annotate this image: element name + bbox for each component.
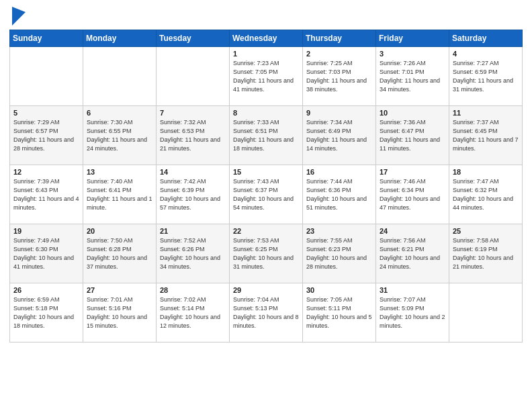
- day-cell-18: 18Sunrise: 7:47 AM Sunset: 6:32 PM Dayli…: [449, 165, 523, 224]
- day-number-23: 23: [306, 227, 372, 235]
- day-info-22: Sunrise: 7:53 AM Sunset: 6:25 PM Dayligh…: [233, 236, 299, 271]
- day-number-19: 19: [13, 227, 79, 235]
- day-number-30: 30: [306, 286, 372, 294]
- day-number-7: 7: [160, 109, 226, 117]
- logo: [9, 7, 26, 24]
- day-info-12: Sunrise: 7:39 AM Sunset: 6:43 PM Dayligh…: [13, 177, 79, 212]
- day-cell-12: 12Sunrise: 7:39 AM Sunset: 6:43 PM Dayli…: [10, 165, 83, 224]
- empty-cell: [449, 283, 523, 342]
- day-info-31: Sunrise: 7:07 AM Sunset: 5:09 PM Dayligh…: [380, 295, 445, 330]
- day-info-18: Sunrise: 7:47 AM Sunset: 6:32 PM Dayligh…: [453, 177, 519, 212]
- day-cell-26: 26Sunrise: 6:59 AM Sunset: 5:18 PM Dayli…: [10, 283, 83, 342]
- day-cell-16: 16Sunrise: 7:44 AM Sunset: 6:36 PM Dayli…: [303, 165, 376, 224]
- day-info-5: Sunrise: 7:29 AM Sunset: 6:57 PM Dayligh…: [13, 118, 79, 153]
- day-number-27: 27: [87, 286, 152, 294]
- empty-cell: [157, 47, 230, 106]
- day-number-5: 5: [13, 109, 79, 117]
- day-cell-27: 27Sunrise: 7:01 AM Sunset: 5:16 PM Dayli…: [83, 283, 157, 342]
- header-row: SundayMondayTuesdayWednesdayThursdayFrid…: [10, 30, 523, 47]
- day-number-15: 15: [233, 168, 299, 176]
- day-cell-14: 14Sunrise: 7:42 AM Sunset: 6:39 PM Dayli…: [157, 165, 230, 224]
- week-row-1: 5Sunrise: 7:29 AM Sunset: 6:57 PM Daylig…: [10, 106, 523, 165]
- day-cell-3: 3Sunrise: 7:26 AM Sunset: 7:01 PM Daylig…: [376, 47, 449, 106]
- day-cell-5: 5Sunrise: 7:29 AM Sunset: 6:57 PM Daylig…: [10, 106, 83, 165]
- day-cell-29: 29Sunrise: 7:04 AM Sunset: 5:13 PM Dayli…: [230, 283, 303, 342]
- day-number-4: 4: [453, 50, 519, 58]
- day-cell-31: 31Sunrise: 7:07 AM Sunset: 5:09 PM Dayli…: [376, 283, 449, 342]
- week-row-4: 26Sunrise: 6:59 AM Sunset: 5:18 PM Dayli…: [10, 283, 523, 342]
- col-header-wednesday: Wednesday: [230, 30, 303, 47]
- col-header-monday: Monday: [83, 30, 157, 47]
- day-info-30: Sunrise: 7:05 AM Sunset: 5:11 PM Dayligh…: [306, 295, 372, 330]
- day-cell-13: 13Sunrise: 7:40 AM Sunset: 6:41 PM Dayli…: [83, 165, 157, 224]
- day-info-29: Sunrise: 7:04 AM Sunset: 5:13 PM Dayligh…: [233, 295, 299, 330]
- day-number-14: 14: [160, 168, 226, 176]
- day-number-8: 8: [233, 109, 299, 117]
- week-row-0: 1Sunrise: 7:23 AM Sunset: 7:05 PM Daylig…: [10, 47, 523, 106]
- day-info-17: Sunrise: 7:46 AM Sunset: 6:34 PM Dayligh…: [380, 177, 445, 212]
- day-cell-8: 8Sunrise: 7:33 AM Sunset: 6:51 PM Daylig…: [230, 106, 303, 165]
- day-info-4: Sunrise: 7:27 AM Sunset: 6:59 PM Dayligh…: [453, 59, 519, 94]
- day-info-15: Sunrise: 7:43 AM Sunset: 6:37 PM Dayligh…: [233, 177, 299, 212]
- day-number-1: 1: [233, 50, 299, 58]
- day-info-20: Sunrise: 7:50 AM Sunset: 6:28 PM Dayligh…: [87, 236, 152, 271]
- day-cell-6: 6Sunrise: 7:30 AM Sunset: 6:55 PM Daylig…: [83, 106, 157, 165]
- day-cell-7: 7Sunrise: 7:32 AM Sunset: 6:53 PM Daylig…: [157, 106, 230, 165]
- day-number-28: 28: [160, 286, 226, 294]
- header: [9, 7, 523, 24]
- day-number-10: 10: [380, 109, 445, 117]
- day-cell-19: 19Sunrise: 7:49 AM Sunset: 6:30 PM Dayli…: [10, 224, 83, 283]
- col-header-tuesday: Tuesday: [157, 30, 230, 47]
- day-number-3: 3: [380, 50, 445, 58]
- day-info-14: Sunrise: 7:42 AM Sunset: 6:39 PM Dayligh…: [160, 177, 226, 212]
- day-info-10: Sunrise: 7:36 AM Sunset: 6:47 PM Dayligh…: [380, 118, 445, 153]
- day-info-23: Sunrise: 7:55 AM Sunset: 6:23 PM Dayligh…: [306, 236, 372, 271]
- day-cell-28: 28Sunrise: 7:02 AM Sunset: 5:14 PM Dayli…: [157, 283, 230, 342]
- day-cell-11: 11Sunrise: 7:37 AM Sunset: 6:45 PM Dayli…: [449, 106, 523, 165]
- logo-icon: [12, 7, 26, 26]
- day-cell-9: 9Sunrise: 7:34 AM Sunset: 6:49 PM Daylig…: [303, 106, 376, 165]
- day-info-16: Sunrise: 7:44 AM Sunset: 6:36 PM Dayligh…: [306, 177, 372, 212]
- day-info-1: Sunrise: 7:23 AM Sunset: 7:05 PM Dayligh…: [233, 59, 299, 94]
- page: SundayMondayTuesdayWednesdayThursdayFrid…: [0, 0, 532, 411]
- day-info-28: Sunrise: 7:02 AM Sunset: 5:14 PM Dayligh…: [160, 295, 226, 330]
- empty-cell: [83, 47, 157, 106]
- day-info-7: Sunrise: 7:32 AM Sunset: 6:53 PM Dayligh…: [160, 118, 226, 153]
- empty-cell: [10, 47, 83, 106]
- week-row-2: 12Sunrise: 7:39 AM Sunset: 6:43 PM Dayli…: [10, 165, 523, 224]
- day-number-16: 16: [306, 168, 372, 176]
- day-number-6: 6: [87, 109, 152, 117]
- day-cell-22: 22Sunrise: 7:53 AM Sunset: 6:25 PM Dayli…: [230, 224, 303, 283]
- day-number-31: 31: [380, 286, 445, 294]
- day-cell-25: 25Sunrise: 7:58 AM Sunset: 6:19 PM Dayli…: [449, 224, 523, 283]
- day-number-20: 20: [87, 227, 152, 235]
- col-header-friday: Friday: [376, 30, 449, 47]
- col-header-saturday: Saturday: [449, 30, 523, 47]
- day-cell-21: 21Sunrise: 7:52 AM Sunset: 6:26 PM Dayli…: [157, 224, 230, 283]
- day-info-8: Sunrise: 7:33 AM Sunset: 6:51 PM Dayligh…: [233, 118, 299, 153]
- day-info-6: Sunrise: 7:30 AM Sunset: 6:55 PM Dayligh…: [87, 118, 152, 153]
- day-number-22: 22: [233, 227, 299, 235]
- day-info-3: Sunrise: 7:26 AM Sunset: 7:01 PM Dayligh…: [380, 59, 445, 94]
- day-info-13: Sunrise: 7:40 AM Sunset: 6:41 PM Dayligh…: [87, 177, 152, 212]
- day-cell-20: 20Sunrise: 7:50 AM Sunset: 6:28 PM Dayli…: [83, 224, 157, 283]
- day-number-13: 13: [87, 168, 152, 176]
- day-info-27: Sunrise: 7:01 AM Sunset: 5:16 PM Dayligh…: [87, 295, 152, 330]
- day-cell-15: 15Sunrise: 7:43 AM Sunset: 6:37 PM Dayli…: [230, 165, 303, 224]
- day-number-25: 25: [453, 227, 519, 235]
- col-header-sunday: Sunday: [10, 30, 83, 47]
- day-number-26: 26: [13, 286, 79, 294]
- day-cell-1: 1Sunrise: 7:23 AM Sunset: 7:05 PM Daylig…: [230, 47, 303, 106]
- week-row-3: 19Sunrise: 7:49 AM Sunset: 6:30 PM Dayli…: [10, 224, 523, 283]
- day-cell-2: 2Sunrise: 7:25 AM Sunset: 7:03 PM Daylig…: [303, 47, 376, 106]
- day-number-29: 29: [233, 286, 299, 294]
- day-cell-24: 24Sunrise: 7:56 AM Sunset: 6:21 PM Dayli…: [376, 224, 449, 283]
- day-cell-10: 10Sunrise: 7:36 AM Sunset: 6:47 PM Dayli…: [376, 106, 449, 165]
- day-number-17: 17: [380, 168, 445, 176]
- day-info-11: Sunrise: 7:37 AM Sunset: 6:45 PM Dayligh…: [453, 118, 519, 153]
- day-cell-17: 17Sunrise: 7:46 AM Sunset: 6:34 PM Dayli…: [376, 165, 449, 224]
- day-info-25: Sunrise: 7:58 AM Sunset: 6:19 PM Dayligh…: [453, 236, 519, 271]
- col-header-thursday: Thursday: [303, 30, 376, 47]
- day-number-21: 21: [160, 227, 226, 235]
- day-info-19: Sunrise: 7:49 AM Sunset: 6:30 PM Dayligh…: [13, 236, 79, 271]
